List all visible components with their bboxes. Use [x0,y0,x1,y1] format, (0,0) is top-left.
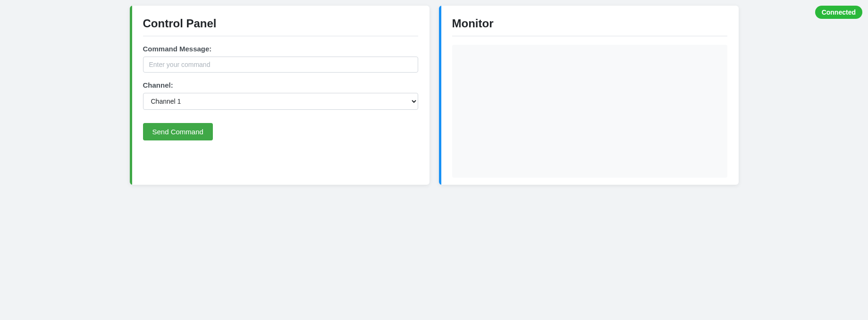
command-form-group: Command Message: [143,45,418,73]
channel-form-group: Channel: Channel 1 [143,81,418,110]
monitor-card: Monitor [439,6,739,185]
connection-status-badge: Connected [815,6,862,19]
control-panel-title: Control Panel [143,17,418,36]
channel-select[interactable]: Channel 1 [143,93,418,110]
monitor-title: Monitor [452,17,727,36]
channel-label: Channel: [143,81,418,89]
command-input[interactable] [143,57,418,73]
send-command-button[interactable]: Send Command [143,123,213,140]
monitor-output-area [452,45,727,178]
control-panel-card: Control Panel Command Message: Channel: … [130,6,430,185]
command-message-label: Command Message: [143,45,418,53]
main-container: Control Panel Command Message: Channel: … [130,0,739,190]
